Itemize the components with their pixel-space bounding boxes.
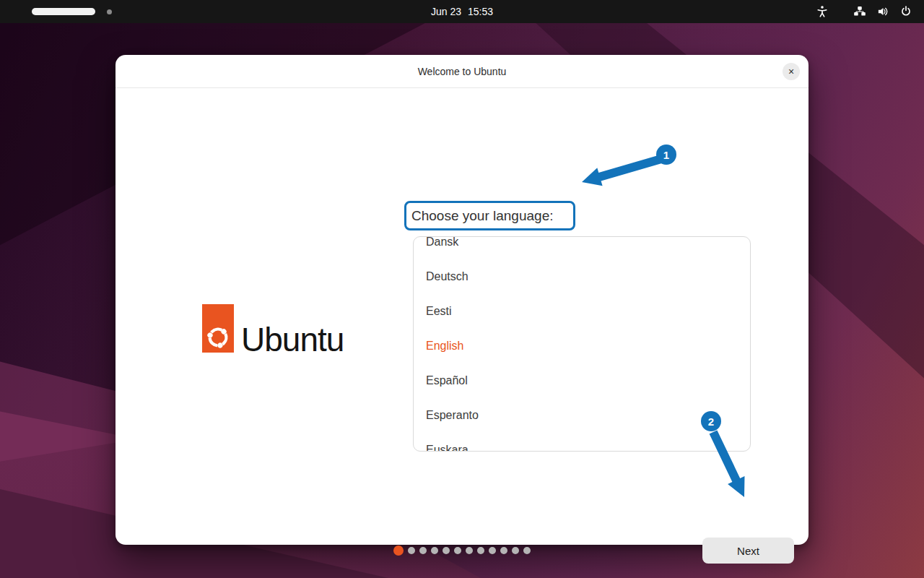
clock-time: 15:53	[468, 6, 493, 17]
circle-of-friends-icon	[204, 324, 232, 351]
workspace-active-pill[interactable]	[32, 8, 95, 15]
page-dot	[431, 547, 438, 554]
page-dot	[443, 547, 450, 554]
language-option[interactable]: Español	[414, 363, 750, 398]
page-dot	[419, 547, 427, 554]
window-title: Welcome to Ubuntu	[418, 66, 507, 77]
page-dot	[466, 547, 473, 554]
language-list-scroll: DanskDeutschEestiEnglishEspañolEsperanto…	[414, 236, 750, 452]
network-icon	[853, 5, 866, 18]
ubuntu-logo-mark	[202, 304, 234, 353]
language-option[interactable]: Eesti	[414, 294, 750, 329]
page-dot	[408, 547, 415, 554]
workspace-dot[interactable]	[107, 9, 112, 14]
accessibility-icon[interactable]	[816, 5, 829, 18]
page-dot	[500, 547, 507, 554]
close-button[interactable]: ×	[783, 63, 800, 80]
workspace-indicator[interactable]	[32, 8, 112, 15]
language-option[interactable]: Dansk	[414, 236, 750, 259]
ubuntu-logo: Ubuntu	[202, 304, 344, 353]
language-list[interactable]: DanskDeutschEestiEnglishEspañolEsperanto…	[413, 236, 751, 452]
clock[interactable]: Jun 23 15:53	[431, 0, 493, 23]
desktop-wallpaper: Welcome to Ubuntu ×	[0, 23, 924, 578]
system-tray	[816, 0, 924, 23]
top-bar: Jun 23 15:53	[0, 0, 924, 23]
language-prompt-highlight: Choose your language:	[404, 201, 575, 230]
power-icon	[899, 5, 912, 18]
window-header: Welcome to Ubuntu ×	[116, 55, 808, 88]
page-dot	[393, 545, 404, 556]
quick-settings[interactable]	[853, 5, 912, 18]
page-dot	[489, 547, 496, 554]
close-icon: ×	[788, 66, 794, 77]
language-option[interactable]: Esperanto	[414, 398, 750, 433]
page-dots	[393, 545, 531, 556]
language-option[interactable]: Euskara	[414, 433, 750, 452]
volume-icon	[876, 5, 889, 18]
next-button[interactable]: Next	[702, 538, 794, 564]
page-dot	[523, 547, 531, 554]
page-dot	[477, 547, 484, 554]
page-dot	[454, 547, 461, 554]
window-body: Ubuntu Choose your language: DanskDeutsc…	[116, 88, 808, 544]
clock-date: Jun 23	[431, 6, 461, 17]
ubuntu-wordmark: Ubuntu	[241, 320, 344, 359]
language-prompt-label: Choose your language:	[411, 208, 553, 224]
installer-window: Welcome to Ubuntu ×	[116, 55, 808, 545]
page-dot	[512, 547, 519, 554]
language-option[interactable]: English	[414, 329, 750, 363]
language-option[interactable]: Deutsch	[414, 259, 750, 294]
